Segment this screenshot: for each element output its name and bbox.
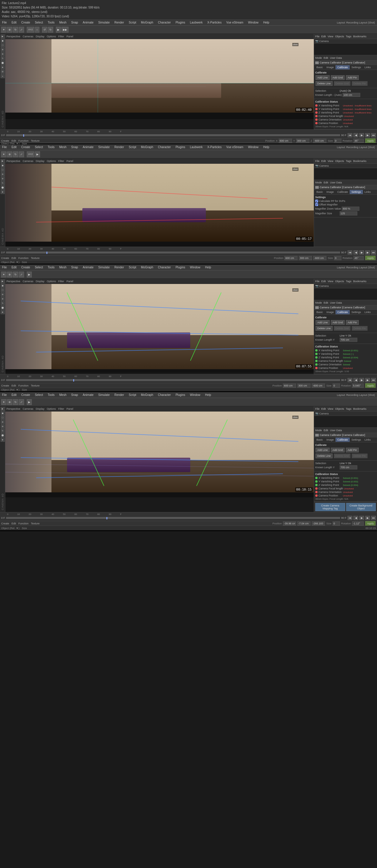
delete-pin-btn-4[interactable]: Delete Pin [352, 454, 368, 458]
toolbar-undo-btn-1[interactable]: ↺ [42, 27, 47, 33]
tab-links-3[interactable]: Links [363, 310, 373, 314]
play-next-btn-4[interactable]: ▶ [365, 516, 370, 520]
view-filter-3[interactable]: Filter [58, 280, 64, 283]
menu-tools-2[interactable]: Tools [47, 146, 55, 149]
play-prev-btn-2[interactable]: ◀ [353, 250, 358, 254]
view-panel-4[interactable]: Panel [66, 407, 73, 410]
known-length-input-3[interactable] [340, 338, 357, 342]
rp-view-4[interactable]: View [327, 407, 333, 410]
menu-create-1[interactable]: Create [20, 21, 31, 24]
toolbar-renderall-btn-1[interactable]: ▶▶ [61, 27, 68, 33]
delete-pin-btn-3[interactable]: Delete Pin [352, 326, 368, 331]
rh-input-1[interactable] [353, 139, 364, 143]
rp-objects-4[interactable]: Objects [335, 407, 344, 410]
menu-laubwerk-1[interactable]: Laubwerk [189, 21, 203, 24]
sidebar-icon-2h[interactable]: ◈ [1, 190, 5, 194]
sidebar-icon-4f[interactable]: ↻ [1, 429, 5, 433]
play-end-btn-4[interactable]: ⏭ [371, 516, 376, 520]
rp-bookmarks-3[interactable]: Bookmarks [353, 280, 367, 283]
tab-settings-2[interactable]: Settings [350, 190, 363, 194]
rp-edit3-2[interactable]: Edit [324, 181, 328, 184]
rh-input-2[interactable] [353, 256, 364, 260]
menu-plugins-4[interactable]: Plugins [175, 393, 186, 397]
menu-mesh-4[interactable]: Mesh [59, 393, 67, 397]
play-end-btn-3[interactable]: ⏭ [371, 378, 376, 382]
menu-character-3[interactable]: Character [157, 266, 172, 269]
menu-snap-4[interactable]: Snap [70, 393, 79, 397]
menu-simulate-2[interactable]: Simulate [97, 146, 111, 149]
menu-plugins-2[interactable]: Plugins [175, 146, 186, 149]
toolbar-scale-btn-4[interactable]: ⤢ [19, 399, 24, 405]
sidebar-icon-4c[interactable]: ⬡ [1, 415, 5, 420]
menu-render-2[interactable]: Render [114, 146, 125, 149]
menu-edit-4[interactable]: Edit [10, 393, 17, 397]
menu-mograph-3[interactable]: MoGraph [140, 266, 154, 269]
sidebar-icon-1a[interactable]: ▶ [1, 34, 5, 38]
rp-objects-3[interactable]: Objects [335, 280, 344, 283]
view-options-1[interactable]: Options [47, 35, 56, 38]
play-prev-btn-4[interactable]: ◀ [353, 516, 358, 520]
menu-mesh-3[interactable]: Mesh [59, 266, 67, 269]
sidebar-icon-3e[interactable]: ⊗ [1, 297, 5, 301]
menu-tools-3[interactable]: Tools [47, 266, 55, 269]
rp-edit-4[interactable]: Edit [321, 407, 326, 410]
menu-select-2[interactable]: Select [34, 146, 44, 149]
edit-btn-3[interactable]: Edit [11, 384, 16, 387]
view-options-4[interactable]: Options [47, 407, 56, 410]
toolbar-select-btn-2[interactable]: ⊕ [7, 151, 12, 157]
rp-bookmarks-2[interactable]: Bookmarks [353, 160, 367, 162]
rp-tags-3[interactable]: Tags [346, 280, 351, 283]
add-pin-btn-3[interactable]: Add Pin [346, 320, 359, 325]
rp-objects-2[interactable]: Objects [335, 160, 344, 162]
menu-render-1[interactable]: Render [114, 21, 125, 24]
toolbar-xyz-btn-2[interactable]: XYZ [27, 151, 34, 157]
menu-animate-4[interactable]: Animate [82, 393, 94, 397]
toolbar-scale-btn-3[interactable]: ⤢ [19, 272, 24, 277]
menu-mesh-1[interactable]: Mesh [59, 21, 67, 24]
rp-bookmarks-4[interactable]: Bookmarks [353, 407, 367, 410]
rp-tags-1[interactable]: Tags [346, 35, 351, 38]
menu-plugins-1[interactable]: Plugins [175, 21, 186, 24]
menu-select-3[interactable]: Select [34, 266, 44, 269]
object-rel-label-2[interactable]: Object (Rel. ▼) [1, 261, 20, 264]
view-panel-3[interactable]: Panel [66, 280, 73, 283]
calc-pp-checkbox-2[interactable] [315, 199, 318, 203]
rh-input-4[interactable] [352, 522, 364, 526]
sidebar-icon-3d[interactable]: ⊕ [1, 292, 5, 297]
texture-btn-3[interactable]: Texture [31, 384, 40, 387]
sidebar-icon-3b[interactable]: ◼ [1, 284, 5, 288]
sidebar-icon-1c[interactable]: ⬡ [1, 43, 5, 47]
tab-basic-2[interactable]: Basic [315, 190, 325, 194]
add-grid-btn-3[interactable]: Add Grid [331, 320, 345, 325]
rp-edit4-3[interactable]: Edit [324, 301, 328, 304]
menu-script-3[interactable]: Script [128, 266, 137, 269]
py-input-1[interactable] [296, 139, 309, 143]
play-btn-4[interactable]: ▶ [359, 516, 364, 520]
sx-input-2[interactable] [334, 256, 341, 260]
viewport-4[interactable]: Perspective Cameras Display Options Filt… [5, 406, 314, 497]
menu-help-4[interactable]: Help [204, 393, 212, 397]
add-pin-btn-1[interactable]: Add Pin [346, 75, 359, 80]
toolbar-obj-btn-1[interactable]: ○ [35, 27, 39, 33]
apply-btn-2[interactable]: Apply [365, 256, 376, 260]
rp-mode-3[interactable]: Mode [315, 301, 322, 304]
add-pin-btn-4[interactable]: Add Pin [346, 448, 359, 453]
view-cameras-2[interactable]: Cameras [23, 160, 33, 162]
apply-btn-3[interactable]: Apply [365, 383, 376, 388]
menu-render-3[interactable]: Render [114, 266, 125, 269]
tab-basic-1[interactable]: Basic [315, 65, 325, 69]
sidebar-icon-1f[interactable]: ↻ [1, 56, 5, 61]
create-background-object-btn[interactable]: Create Background Object [346, 503, 376, 511]
play-end-btn-1[interactable]: ⏭ [371, 133, 376, 137]
menu-script-4[interactable]: Script [128, 393, 137, 397]
toolbar-rotate-btn-4[interactable]: ↻ [13, 399, 18, 405]
toolbar-render-btn-4[interactable]: ▶ [27, 399, 32, 405]
sidebar-icon-1j[interactable]: ≡ [1, 74, 5, 78]
tab-calibrate-4[interactable]: Calibrate [336, 438, 350, 442]
function-btn-2[interactable]: Function [19, 257, 29, 259]
texture-btn-2[interactable]: Texture [31, 257, 40, 259]
view-display-2[interactable]: Display [36, 160, 45, 162]
py-input-4[interactable] [297, 522, 311, 526]
tab-image-2[interactable]: Image [325, 190, 336, 194]
delete-pin-btn-1[interactable]: Delete Pin [352, 81, 368, 86]
